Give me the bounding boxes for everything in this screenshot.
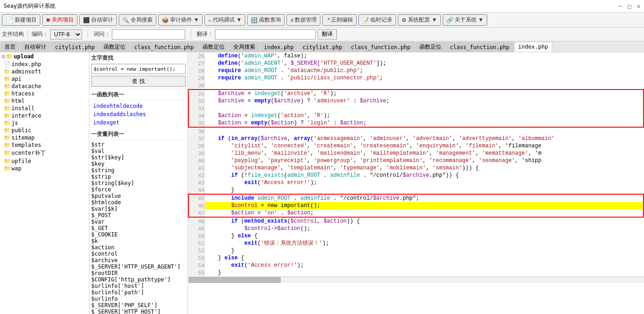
var-item[interactable]: $CONFIG['http_pathtype'] [91, 276, 186, 283]
line-content[interactable]: 'lib_menu', 'mailinvite', 'mailsendmain'… [204, 150, 644, 157]
translate-input[interactable] [215, 29, 316, 39]
var-item[interactable]: $urlinfo['path'] [91, 289, 186, 296]
sidebar-item-wap[interactable]: 📁wap [0, 165, 89, 172]
auto-audit-button[interactable]: ⬛ 自动审计 [79, 14, 117, 26]
audit-plugin-button[interactable]: 📦 审计插件 ▼ [158, 14, 203, 26]
line-content[interactable]: exit('错误：系统方法错误！'); [204, 240, 644, 247]
var-item[interactable]: $str [91, 141, 186, 148]
func-item[interactable]: indexdaddslashes [91, 110, 186, 118]
window-controls[interactable]: ─ □ ✕ [619, 3, 640, 10]
sidebar-item-install[interactable]: 📁install [0, 105, 89, 112]
sidebar-item-public[interactable]: 📁public [0, 127, 89, 134]
line-content[interactable]: $control = new important(); [205, 202, 643, 209]
func-item[interactable]: indexhtmldecode [91, 102, 186, 110]
line-content[interactable]: $action = indexget('action', 'R'); [204, 112, 644, 119]
line-content[interactable] [204, 82, 644, 90]
sidebar-item-sitemap[interactable]: 📁sitemap [0, 134, 89, 141]
line-content[interactable]: } [204, 186, 644, 194]
encoding-select[interactable]: UTF-8 GBK [50, 29, 82, 39]
var-item[interactable]: $val [91, 148, 186, 154]
tab-10[interactable]: 函数定位 [415, 42, 446, 52]
tab-9[interactable]: class_function.php [347, 42, 414, 52]
var-item[interactable]: $var [91, 219, 186, 225]
tab-5[interactable]: 函数定位 [198, 42, 229, 52]
line-content[interactable]: define('admin_AGENT', $_SERVER['HTTP_USE… [204, 60, 644, 67]
var-item[interactable]: $string[$key] [91, 180, 186, 186]
maximize-icon[interactable]: □ [627, 3, 631, 10]
line-content[interactable]: 'payplug', 'payreceipt', 'powergroup', '… [204, 157, 644, 164]
line-content[interactable] [204, 105, 644, 112]
var-item[interactable]: $urlinfo['host'] [91, 283, 186, 289]
about-button[interactable]: 🔗 关于系统 ▼ [443, 14, 487, 26]
line-content[interactable]: $control->$action(); [204, 225, 644, 232]
tab-4[interactable]: class_function.php [130, 42, 198, 52]
line-content[interactable]: require admin_ROOT . 'public/class_conne… [204, 74, 644, 82]
line-content[interactable]: $archive = empty($archive) ? 'adminuser'… [204, 97, 644, 105]
var-item[interactable]: $putvalue [91, 193, 186, 199]
line-content[interactable]: } else { [204, 254, 644, 262]
sidebar-item-js[interactable]: 📁js [0, 119, 89, 127]
var-item[interactable]: $key [91, 161, 186, 167]
var-item[interactable]: $_SERVER['HTTP_USER_AGENT'] [91, 264, 186, 270]
var-item[interactable]: $action [91, 244, 186, 251]
var-item[interactable]: $urlinfo [91, 296, 186, 302]
line-content[interactable] [204, 127, 644, 135]
var-item[interactable]: $strip [91, 174, 186, 180]
sidebar-item-ucenter补丁[interactable]: 📁ucenter补丁 [0, 149, 89, 157]
tab-2[interactable]: citylist.php [51, 42, 99, 52]
translate-button[interactable]: 翻译 [318, 29, 337, 39]
line-content[interactable]: if (method_exists($control, $action)) { [204, 217, 644, 225]
func-query-button[interactable]: 🔢 函数查询 [247, 14, 285, 26]
sidebar-root[interactable]: ⊟ 📁 upload [0, 52, 89, 61]
sidebar-item-interface[interactable]: 📁interface [0, 112, 89, 119]
sidebar-item-api[interactable]: 📁api [0, 75, 89, 83]
var-item[interactable]: $_SERVER['HTTP_HOST'] [91, 308, 186, 314]
var-item[interactable]: $archive [91, 257, 186, 264]
tab-8[interactable]: citylist.php [298, 42, 347, 52]
line-content[interactable]: } else { [204, 232, 644, 240]
var-item[interactable]: $var[$k] [91, 206, 186, 212]
var-item[interactable]: $htmlcode [91, 199, 186, 206]
tab-0[interactable]: 首页 [0, 42, 20, 52]
word-input[interactable] [112, 29, 185, 39]
line-content[interactable]: 'subjectmanage', 'templatemain', 'typema… [204, 164, 644, 172]
new-project-button[interactable]: 📄 新建项目 [2, 14, 40, 26]
tab-6[interactable]: 全局搜索 [229, 42, 259, 52]
code-editor[interactable]: 26 define('admin_WAP', false);27 define(… [188, 52, 644, 314]
sidebar-item-upfile[interactable]: 📁upfile [0, 157, 89, 165]
global-search-button[interactable]: 🔍 全局搜索 [119, 14, 156, 26]
line-content[interactable]: $action = 'on' . $action; [204, 209, 644, 217]
tab-3[interactable]: 函数定位 [99, 42, 130, 52]
var-item[interactable]: $str[$key] [91, 154, 186, 161]
var-item[interactable]: $rootDIR [91, 270, 186, 276]
line-content[interactable]: $archive = indexget('archive', 'R'); [204, 90, 644, 97]
var-item[interactable]: $_COOKIE [91, 231, 186, 238]
search-input[interactable] [91, 64, 186, 74]
data-manage-button[interactable]: ≡ 数据管理 [286, 14, 320, 26]
func-item[interactable]: indexget [91, 118, 186, 127]
temp-record-button[interactable]: 📝 临时记录 [358, 14, 396, 26]
line-content[interactable]: } [204, 247, 644, 254]
var-item[interactable]: $string [91, 167, 186, 174]
sidebar-item-html[interactable]: 📁html [0, 97, 89, 105]
var-item[interactable]: $k [91, 238, 186, 244]
close-icon[interactable]: ✕ [637, 3, 640, 10]
var-item[interactable]: $control [91, 251, 186, 257]
sidebar-item-templates[interactable]: 📁templates [0, 141, 89, 149]
tab-7[interactable]: index.php [260, 42, 298, 52]
var-item[interactable]: $_GET [91, 225, 186, 231]
var-item[interactable]: $force [91, 186, 186, 193]
line-content[interactable]: if (in_array($archive, array('acmessagem… [204, 135, 644, 142]
line-content[interactable]: define('admin_WAP', false); [204, 52, 644, 60]
tab-12[interactable]: index.php [514, 42, 552, 52]
sidebar-item-index.php[interactable]: 📄index.php [0, 61, 89, 68]
search-button[interactable]: 查 找 [91, 76, 186, 87]
regex-edit-button[interactable]: .* 正则编辑 [322, 14, 357, 26]
code-debug-button[interactable]: ⬦ 代码调试 ▼ [204, 14, 245, 26]
sidebar-item-htacess[interactable]: 📁htacess [0, 90, 89, 97]
line-content[interactable]: } [204, 269, 644, 276]
line-content[interactable]: if (!file_exists(admin_ROOT . adminfile … [204, 172, 644, 179]
close-project-button[interactable]: ✖ 关闭项目 [42, 14, 77, 26]
var-item[interactable]: $_POST [91, 212, 186, 219]
tab-11[interactable]: class_function.php [446, 42, 514, 52]
